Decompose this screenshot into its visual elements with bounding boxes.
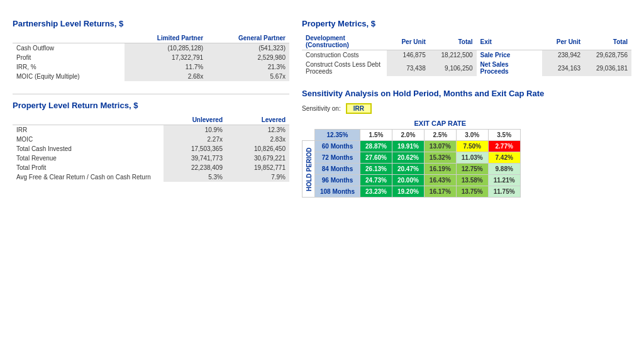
row-val2: 2.83x [226, 135, 289, 144]
property-title: Property Level Return Metrics, $ [13, 101, 289, 110]
dev-val1: 73,438 [387, 60, 429, 76]
sensitivity-on-row: Sensitivity on: IRR [302, 103, 631, 114]
sensitivity-value: 20.62% [392, 152, 424, 164]
table-row: Total Profit 22,238,409 19,852,771 [13, 163, 289, 172]
row-val1: 2.68x [125, 72, 207, 81]
empty-cell [303, 118, 360, 130]
property-table: Unlevered Levered IRR 10.9% 12.3% MOIC 2… [13, 115, 289, 182]
table-row: Construction Costs 146,875 18,212,500 Sa… [302, 50, 631, 60]
row-label: Total Profit [13, 163, 164, 172]
property-section: Property Level Return Metrics, $ Unlever… [13, 101, 289, 182]
sensitivity-value: 19.91% [392, 141, 424, 152]
row-label: Cash Outflow [13, 43, 125, 53]
sensitivity-value: 11.03% [456, 152, 488, 164]
sensitivity-value: 16.19% [424, 164, 456, 175]
table-row: MOIC 2.27x 2.83x [13, 135, 289, 144]
dev-label: Construct Costs Less Debt Proceeds [302, 60, 387, 76]
partnership-table: Limited Partner General Partner Cash Out… [13, 33, 289, 81]
exit-val2: 29,036,181 [584, 60, 631, 76]
exit-header: Exit [477, 33, 542, 50]
sensitivity-value: 13.58% [456, 175, 488, 186]
sensitivity-value: 7.50% [456, 141, 488, 152]
row-val2: 5.67x [207, 72, 289, 81]
row-label: IRR [13, 125, 164, 135]
sensitivity-data-row: 72 Months27.60%20.62%15.32%11.03%7.42% [303, 152, 521, 164]
partnership-title: Partnership Level Returns, $ [13, 19, 289, 28]
period-cell: 96 Months [315, 175, 360, 186]
dev-construction-header: Development (Construction) [302, 33, 387, 50]
sensitivity-value: 11.75% [488, 186, 520, 198]
period-cell: 72 Months [315, 152, 360, 164]
row-val2: 12.3% [226, 125, 289, 135]
table-row: Total Cash Invested 17,503,365 10,826,45… [13, 144, 289, 154]
table-row: IRR, % 11.7% 21.3% [13, 62, 289, 72]
row-val1: 5.3% [164, 172, 226, 182]
partnership-col1-header: Limited Partner [125, 33, 207, 43]
partnership-section: Partnership Level Returns, $ Limited Par… [13, 19, 289, 81]
row-val1: (10,285,128) [125, 43, 207, 53]
table-row: IRR 10.9% 12.3% [13, 125, 289, 135]
sensitivity-value: 13.75% [456, 186, 488, 198]
sensitivity-value: 15.32% [424, 152, 456, 164]
sensitivity-value: 24.73% [360, 175, 392, 186]
row-label: MOIC (Equity Multiple) [13, 72, 125, 81]
row-val1: 11.7% [125, 62, 207, 72]
sensitivity-value: 23.23% [360, 186, 392, 198]
sensitivity-data-row: HOLD PERIOD60 Months28.87%19.91%13.07%7.… [303, 141, 521, 152]
dev-val1: 146,875 [387, 50, 429, 60]
sensitivity-value: 9.88% [488, 164, 520, 175]
sensitivity-wrapper: EXIT CAP RATE 12.35%1.5%2.0%2.5%3.0%3.5%… [302, 118, 631, 198]
sensitivity-value: 16.43% [424, 175, 456, 186]
sensitivity-value: 13.07% [424, 141, 456, 152]
row-label: Total Cash Invested [13, 144, 164, 154]
row-val2: 7.9% [226, 172, 289, 182]
table-row: Avg Free & Clear Return / Cash on Cash R… [13, 172, 289, 182]
metrics-section: Property Metrics, $ Development (Constru… [302, 19, 631, 76]
row-val2: 30,679,221 [226, 154, 289, 163]
row-label: MOIC [13, 135, 164, 144]
sensitivity-data-row: 108 Months23.23%19.20%16.17%13.75%11.75% [303, 186, 521, 198]
metrics-title: Property Metrics, $ [302, 19, 631, 28]
sensitivity-data-row: 96 Months24.73%20.00%16.43%13.58%11.21% [303, 175, 521, 186]
sensitivity-value: 27.60% [360, 152, 392, 164]
row-val1: 39,741,773 [164, 154, 226, 163]
sensitivity-value: 26.13% [360, 164, 392, 175]
table-row: Total Revenue 39,741,773 30,679,221 [13, 154, 289, 163]
section-divider-1 [13, 94, 289, 94]
sensitivity-value: 7.42% [488, 152, 520, 164]
sensitivity-value: 19.20% [392, 186, 424, 198]
sensitivity-value: 12.75% [456, 164, 488, 175]
cap-rate-header: 12.35% [315, 130, 360, 141]
row-val2: 10,826,450 [226, 144, 289, 154]
period-cell: 108 Months [315, 186, 360, 198]
property-col2-header: Levered [226, 115, 289, 125]
row-val1: 2.27x [164, 135, 226, 144]
sensitivity-value: 16.17% [424, 186, 456, 198]
period-cell: 60 Months [315, 141, 360, 152]
row-label: Total Revenue [13, 154, 164, 163]
row-val2: 21.3% [207, 62, 289, 72]
dev-val2: 18,212,500 [430, 50, 477, 60]
exit-val2: 29,628,756 [584, 50, 631, 60]
sensitivity-table: EXIT CAP RATE 12.35%1.5%2.0%2.5%3.0%3.5%… [302, 118, 521, 198]
table-row: Construct Costs Less Debt Proceeds 73,43… [302, 60, 631, 76]
row-label: Profit [13, 53, 125, 62]
sensitivity-value: 2.77% [488, 141, 520, 152]
sensitivity-header-row-2: 12.35%1.5%2.0%2.5%3.0%3.5% [303, 130, 521, 141]
period-cell: 84 Months [315, 164, 360, 175]
table-row: MOIC (Equity Multiple) 2.68x 5.67x [13, 72, 289, 81]
dev-total-header: Total [430, 33, 477, 50]
row-val1: 22,238,409 [164, 163, 226, 172]
row-val1: 17,503,365 [164, 144, 226, 154]
property-col1-header: Unlevered [164, 115, 226, 125]
sensitivity-value: 28.87% [360, 141, 392, 152]
table-row: Profit 17,322,791 2,529,980 [13, 53, 289, 62]
sensitivity-title: Sensitivity Analysis on Hold Period, Mon… [302, 89, 631, 98]
exit-val1: 238,942 [542, 50, 584, 60]
exit-per-unit-header: Per Unit [542, 33, 584, 50]
partnership-col2-header: General Partner [207, 33, 289, 43]
exit-label: Net Sales Proceeds [477, 60, 542, 76]
row-val2: 2,529,980 [207, 53, 289, 62]
hold-period-label: HOLD PERIOD [303, 141, 315, 198]
sensitivity-value: 20.00% [392, 175, 424, 186]
